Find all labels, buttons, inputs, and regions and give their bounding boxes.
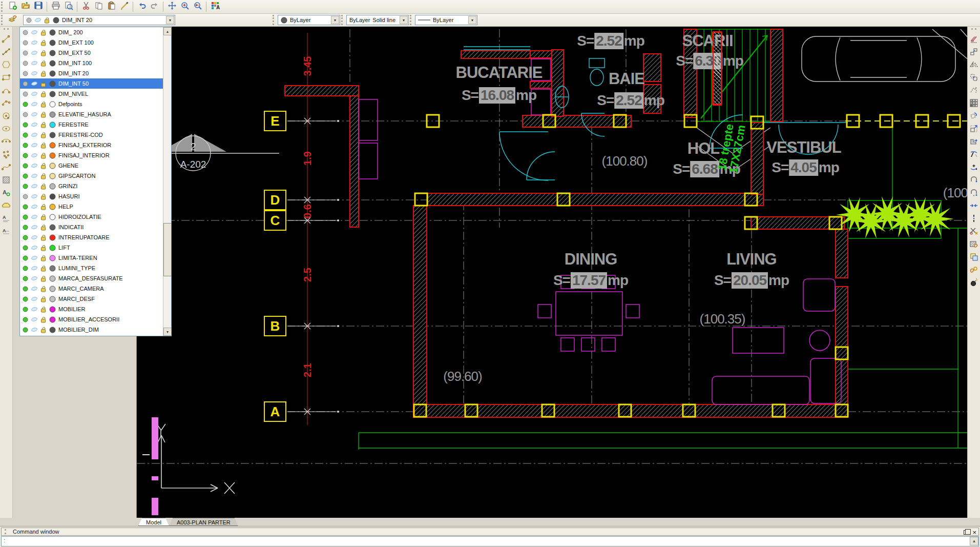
- layer-list-item[interactable]: GIPSCARTON: [20, 171, 171, 181]
- layer-lock-icon[interactable]: [40, 70, 47, 77]
- layer-color-icon[interactable]: [49, 316, 56, 323]
- layer-freeze-icon[interactable]: [31, 235, 38, 240]
- layer-freeze-icon[interactable]: [31, 163, 38, 168]
- point-button[interactable]: [1, 149, 12, 161]
- layer-lock-icon[interactable]: [40, 163, 47, 169]
- layer-on-icon[interactable]: [23, 255, 28, 261]
- layer-freeze-icon[interactable]: [31, 102, 38, 107]
- layer-list-item[interactable]: MOBILIER_ACCESORII: [20, 314, 171, 325]
- layer-color-icon[interactable]: [49, 275, 56, 282]
- break-at-point-button[interactable]: [968, 213, 980, 226]
- layer-freeze-icon[interactable]: [31, 132, 38, 137]
- layer-freeze-icon[interactable]: [31, 50, 38, 55]
- extend-button[interactable]: [968, 162, 980, 174]
- command-input[interactable]: :: [1, 536, 979, 546]
- revision-cloud-button[interactable]: [1, 200, 12, 213]
- layer-list-item[interactable]: LIFT: [20, 242, 171, 253]
- layer-on-icon[interactable]: [26, 17, 32, 23]
- array-button[interactable]: [968, 98, 980, 110]
- copy-button[interactable]: [92, 1, 105, 13]
- layer-color-icon[interactable]: [49, 121, 56, 128]
- layer-on-icon[interactable]: [23, 143, 28, 148]
- layer-color-icon[interactable]: [49, 101, 56, 108]
- layer-freeze-icon[interactable]: [31, 40, 38, 45]
- print-preview-button[interactable]: [62, 1, 75, 13]
- trim-button[interactable]: [968, 149, 980, 161]
- command-scroll-up[interactable]: ▲: [970, 537, 978, 545]
- layer-lock-icon[interactable]: [44, 17, 50, 24]
- layer-list-item[interactable]: ELEVATIE_HASURA: [20, 109, 171, 119]
- layer-list-item[interactable]: FINISAJ_EXTERIOR: [20, 140, 171, 150]
- layer-lock-icon[interactable]: [40, 80, 47, 87]
- layer-lock-icon[interactable]: [40, 101, 47, 108]
- undo-button[interactable]: [135, 1, 148, 13]
- layer-color-icon[interactable]: [49, 204, 56, 210]
- layer-on-icon[interactable]: [23, 296, 28, 302]
- layer-lock-icon[interactable]: [40, 50, 47, 56]
- toolbar-grip[interactable]: [1, 2, 5, 12]
- explode-text-button[interactable]: [968, 226, 980, 238]
- layer-freeze-icon[interactable]: [31, 184, 38, 189]
- layer-list-item[interactable]: HIDROIZOLATIE: [20, 212, 171, 222]
- layer-on-icon[interactable]: [23, 102, 28, 107]
- layer-lock-icon[interactable]: [40, 296, 47, 302]
- linetype-combobox[interactable]: ByLayer Solid line ▼: [346, 15, 409, 25]
- layer-on-icon[interactable]: [23, 71, 28, 76]
- text-single-button[interactable]: A: [1, 226, 12, 238]
- layer-list-item[interactable]: FERESTRE: [20, 119, 171, 130]
- cut-button[interactable]: [79, 1, 92, 13]
- lineweight-combobox[interactable]: ByLayer ▼: [415, 15, 477, 25]
- text-button[interactable]: A: [1, 213, 12, 226]
- layer-list-item[interactable]: MOBILIER_DIM: [20, 325, 171, 335]
- layer-lock-icon[interactable]: [40, 214, 47, 220]
- layer-freeze-icon[interactable]: [31, 173, 38, 178]
- layer-on-icon[interactable]: [23, 245, 28, 251]
- layer-color-icon[interactable]: [49, 286, 56, 292]
- layer-list-item[interactable]: MOBILIER: [20, 304, 171, 314]
- layer-manager-button[interactable]: A: [208, 1, 221, 13]
- layer-lock-icon[interactable]: [40, 316, 47, 323]
- scroll-up-arrow[interactable]: ▲: [163, 27, 172, 35]
- line-button[interactable]: [1, 34, 12, 46]
- layer-color-icon[interactable]: [49, 255, 56, 261]
- layer-on-icon[interactable]: [23, 225, 28, 230]
- layer-freeze-icon[interactable]: [31, 225, 38, 230]
- layer-list-item[interactable]: FINISAJ_INTERIOR: [20, 150, 171, 160]
- layer-lock-icon[interactable]: [40, 306, 47, 313]
- arc-button[interactable]: [1, 85, 12, 97]
- hatch-button[interactable]: [1, 175, 12, 187]
- layer-on-icon[interactable]: [23, 184, 28, 189]
- layer-color-icon[interactable]: [49, 142, 56, 149]
- print-button[interactable]: [49, 1, 62, 13]
- layer-on-icon[interactable]: [23, 163, 28, 169]
- drawing-canvas[interactable]: BUCATARIES=16.08mpBAIES=2.52mpSCARIIS=6.…: [137, 27, 967, 518]
- layer-lock-icon[interactable]: [40, 132, 47, 138]
- lineweight-combo-dropdown-button[interactable]: ▼: [468, 16, 476, 24]
- layer-list-item[interactable]: LUMINI_TYPE: [20, 263, 171, 273]
- layer-lock-icon[interactable]: [40, 255, 47, 261]
- layer-freeze-icon[interactable]: [31, 112, 38, 117]
- float-window-icon[interactable]: [964, 530, 968, 535]
- polyline-edit-button[interactable]: [968, 85, 980, 97]
- layer-freeze-icon[interactable]: [31, 143, 38, 148]
- toolbar-grip[interactable]: [410, 15, 414, 25]
- layer-list-item[interactable]: MARCI_CAMERA: [20, 283, 171, 294]
- draw-order-button[interactable]: [968, 252, 980, 264]
- layer-on-icon[interactable]: [23, 327, 28, 333]
- layer-list-item[interactable]: MARCA_DESFASURATE: [20, 273, 171, 283]
- layer-list-item[interactable]: DIM_EXT 50: [20, 48, 171, 58]
- layer-on-icon[interactable]: [23, 60, 28, 66]
- layer-color-icon[interactable]: [49, 29, 56, 36]
- layer-on-icon[interactable]: [23, 153, 28, 158]
- layer-on-icon[interactable]: [23, 40, 28, 46]
- layer-freeze-icon[interactable]: [31, 255, 38, 260]
- zoom-previous-button[interactable]: [191, 1, 204, 13]
- layer-list-item[interactable]: Defpoints: [20, 99, 171, 109]
- layer-list-item[interactable]: DIM_INT 50: [20, 78, 171, 89]
- layer-color-icon[interactable]: [49, 193, 56, 200]
- layer-on-icon[interactable]: [23, 81, 28, 87]
- layer-list-item[interactable]: DIM_NIVEL: [20, 89, 171, 99]
- redo-button[interactable]: [148, 1, 161, 13]
- layer-freeze-icon[interactable]: [31, 71, 38, 76]
- layer-freeze-icon[interactable]: [31, 214, 38, 219]
